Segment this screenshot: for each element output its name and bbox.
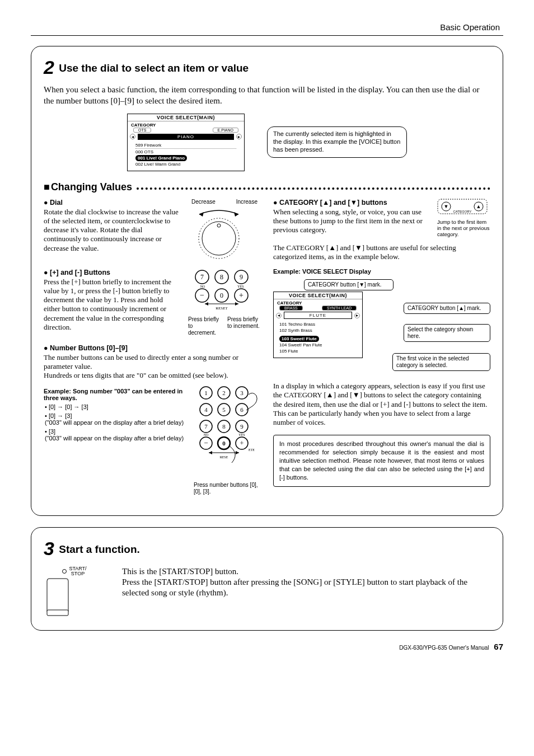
v-lcd-tabs: BRASS SYNTH LEAD	[274, 306, 362, 312]
step-2-number: 2	[44, 57, 54, 78]
svg-text:3: 3	[240, 389, 243, 396]
svg-text:−: −	[200, 291, 204, 299]
right-column: CATEGORY [▲] and [▼] buttons When select…	[273, 199, 490, 504]
svg-text:1: 1	[204, 389, 208, 396]
list-item: 002 Live! Warm Grand	[135, 161, 236, 167]
svg-point-4	[217, 224, 221, 227]
note-box: In most procedures described throughout …	[273, 435, 490, 486]
step-3-number: 3	[44, 538, 54, 559]
increment-caption: Press briefly to increment.	[227, 316, 261, 336]
lcd-category-bar: PIANO	[138, 134, 234, 140]
dial-head: Dial	[44, 199, 180, 206]
plusminus-head: [+] and [-] Buttons	[44, 269, 180, 276]
dial-row: Dial Rotate the dial clockwise to increa…	[44, 199, 261, 261]
category-text: CATEGORY [▲] and [▼] buttons When select…	[273, 199, 430, 238]
numbers-example-row: Example: Song number "003" can be entere…	[44, 384, 261, 495]
lcd-title: VOICE SELECT(MAIN)	[128, 114, 244, 121]
list-item: 104 Sweet! Pan Flute	[279, 342, 357, 348]
list-item-highlight: 103 Sweet! Flute	[279, 334, 357, 342]
start-stop-figure: START/ STOP	[44, 566, 105, 618]
svg-text:0: 0	[220, 292, 223, 299]
list-item: 102 Synth Brass	[279, 327, 357, 334]
chevron-right-icon: ►	[354, 313, 360, 318]
numbers-body1: The number buttons can be used to direct…	[44, 353, 261, 372]
numbers-body2: Hundreds or tens digits that are "0" can…	[44, 371, 261, 380]
dial-figure: Decrease Increase	[188, 199, 261, 261]
category-buttons-icon: ▼ ▲ CATEGORY	[437, 199, 488, 219]
entry-list: [0] → [0] → [3] [0] → [3] ("003" will ap…	[44, 403, 186, 442]
list-item: 589 Firework	[135, 142, 236, 149]
voice-example-head: Example: VOICE SELECT Display	[273, 268, 490, 275]
svg-text:YES: YES	[238, 433, 245, 436]
svg-text:8: 8	[220, 273, 223, 281]
list-item: 000 OTS	[135, 149, 236, 155]
yes-label: YES	[237, 285, 243, 288]
numbers-section: Number Buttons [0]–[9] The number button…	[44, 344, 261, 496]
list-item: [0] → [3] ("003" will appear on the disp…	[45, 412, 186, 426]
changing-values-text: Changing Values	[51, 181, 132, 193]
reset-label: RESET	[216, 306, 228, 311]
v-tab-right: SYNTH LEAD	[322, 306, 357, 311]
decrement-caption: Press briefly to decrement.	[188, 316, 222, 336]
svg-marker-48	[209, 451, 212, 454]
led-icon	[62, 569, 67, 574]
v-list: 101 Techno Brass 102 Synth Brass 103 Swe…	[274, 319, 362, 358]
lcd-callout-row: VOICE SELECT(MAIN) CATEGORY OTS E.PIANO …	[44, 114, 490, 171]
svg-text:5: 5	[222, 406, 226, 413]
numbers-example-head: Example: Song number "003" can be entere…	[44, 388, 186, 401]
svg-text:6: 6	[240, 406, 243, 413]
numbers-head: Number Buttons [0]–[9]	[44, 344, 261, 352]
chevron-left-icon: ◄	[130, 134, 135, 139]
step-3-title: 3 Start a function.	[44, 538, 490, 560]
category-body: When selecting a song, style, or voice, …	[273, 208, 430, 235]
increase-label: Increase	[236, 199, 257, 205]
list-item: [0] → [0] → [3]	[45, 403, 186, 410]
select-here-label: Select the category shown here.	[404, 324, 490, 342]
step-3-row: START/ STOP This is the [START/STOP] but…	[44, 566, 490, 618]
up-mark-label: CATEGORY button [▲] mark.	[404, 303, 490, 314]
manual-name: DGX-630/YPG-635 Owner's Manual	[399, 645, 489, 651]
step-3-panel: 3 Start a function. START/ STOP This is …	[31, 527, 503, 631]
svg-text:NO: NO	[204, 433, 209, 436]
svg-point-3	[202, 222, 236, 255]
svg-text:▼: ▼	[444, 204, 449, 209]
svg-text:▲: ▲	[476, 204, 481, 209]
step-2-title: 2 Use the dial to select an item or valu…	[44, 57, 490, 78]
svg-text:7: 7	[200, 273, 204, 281]
lcd-tab-right: E.PIANO	[213, 128, 238, 133]
svg-text:2: 2	[222, 389, 226, 396]
plusminus-row: [+] and [-] Buttons Press the [+] button…	[44, 269, 261, 336]
dial-body: Rotate the dial clockwise to increase th…	[44, 208, 180, 253]
category-para2: The CATEGORY [▲] and [▼] buttons are use…	[273, 243, 490, 262]
category-para3: In a display in which a category appears…	[273, 382, 490, 427]
voice-example-lcd: VOICE SELECT(MAIN) CATEGORY BRASS SYNTH …	[273, 292, 363, 358]
numpad-row-icon: 7 8 9 − 0 + NO YES RESET	[188, 269, 255, 316]
dial-icon	[188, 208, 250, 261]
svg-text:−: −	[204, 439, 208, 447]
svg-marker-49	[236, 451, 239, 454]
v-bar-row: ◄ FLUTE ►	[274, 312, 362, 319]
down-mark-label: CATEGORY button [▼] mark.	[304, 279, 394, 290]
page-footer: DGX-630/YPG-635 Owner's Manual 67	[31, 642, 503, 651]
v-tab-left: BRASS	[279, 306, 303, 311]
numpad-figure: 1 2 3 4 5 6 7 8 9 − 0 +	[194, 384, 261, 495]
list-item-hl-text: 103 Sweet! Flute	[279, 336, 319, 342]
svg-text:7: 7	[204, 423, 208, 430]
svg-point-2	[199, 218, 239, 259]
svg-text:ETE: ETE	[249, 448, 255, 452]
chevron-right-icon: ►	[236, 134, 242, 139]
step-2-title-text: Use the dial to select an item or value	[59, 62, 249, 74]
plusminus-captions: Press briefly to decrement. Press briefl…	[188, 316, 261, 336]
category-fig-caption: Jump to the first item in the next or pr…	[437, 219, 490, 238]
category-figure: ▼ ▲ CATEGORY Jump to the first item in t…	[437, 199, 490, 238]
v-category-bar: FLUTE	[284, 312, 352, 319]
lcd-tab-left: OTS	[133, 128, 151, 133]
left-column: Dial Rotate the dial clockwise to increa…	[44, 199, 261, 504]
start-stop-label: START/ STOP	[69, 566, 86, 576]
svg-text:9: 9	[240, 273, 243, 281]
step-3-body: This is the [START/STOP] button. Press t…	[122, 566, 490, 598]
step-2-intro: When you select a basic function, the it…	[44, 84, 490, 107]
no-label: NO	[200, 285, 205, 288]
lcd-tabs: OTS E.PIANO	[128, 128, 244, 134]
header-rule	[31, 35, 503, 36]
